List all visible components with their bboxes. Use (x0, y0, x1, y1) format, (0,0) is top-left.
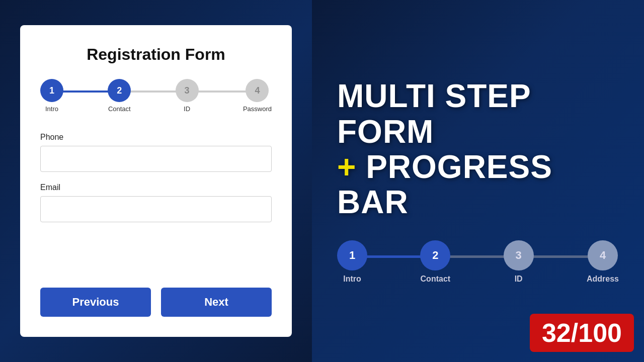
phone-label: Phone (40, 133, 272, 142)
email-field-group: Email (40, 183, 272, 222)
right-step-1: 1 Intro (337, 240, 367, 284)
previous-button[interactable]: Previous (40, 288, 151, 317)
step-label-3: ID (184, 105, 190, 113)
right-step-3: 3 ID (504, 240, 534, 284)
right-step-circle-2: 2 (420, 240, 450, 270)
step-circle-1: 1 (40, 79, 63, 102)
steps-line-container (52, 90, 260, 93)
right-steps-line-container (352, 255, 604, 258)
email-label: Email (40, 183, 272, 192)
challenge-badge: 32/100 (530, 314, 634, 352)
right-step-circle-1: 1 (337, 240, 367, 270)
right-panel: MULTI STEP FORM + PROGRESS BAR 1 Intro 2… (312, 0, 644, 362)
promo-line1: MULTI STEP FORM (337, 78, 531, 149)
right-step-label-2: Contact (421, 275, 451, 284)
right-steps: 1 Intro 2 Contact 3 ID 4 Address (337, 240, 619, 284)
right-step-label-4: Address (587, 275, 619, 284)
right-step-label-1: Intro (343, 275, 361, 284)
phone-field-group: Phone (40, 133, 272, 172)
right-step-2: 2 Contact (420, 240, 450, 284)
step-label-1: Intro (45, 105, 58, 113)
steps-progress: 1 Intro 2 Contact 3 ID 4 Password (40, 79, 272, 113)
step-4: 4 Password (243, 79, 272, 113)
step-label-2: Contact (108, 105, 131, 113)
step-3: 3 ID (176, 79, 199, 113)
step-label-4: Password (243, 105, 272, 113)
buttons-row: Previous Next (40, 278, 272, 317)
promo-plus: + (337, 149, 356, 185)
next-button[interactable]: Next (161, 288, 272, 317)
right-step-circle-3: 3 (504, 240, 534, 270)
form-title: Registration Form (40, 45, 272, 64)
promo-line2: PROGRESS BAR (337, 149, 552, 220)
phone-input[interactable] (40, 146, 272, 172)
right-step-circle-4: 4 (588, 240, 618, 270)
step-circle-3: 3 (176, 79, 199, 102)
right-step-label-3: ID (515, 275, 523, 284)
step-circle-4: 4 (246, 79, 269, 102)
left-panel: Registration Form 1 Intro 2 Contact 3 ID (0, 0, 312, 362)
form-card: Registration Form 1 Intro 2 Contact 3 ID (20, 25, 292, 337)
step-2: 2 Contact (108, 79, 131, 113)
step-1: 1 Intro (40, 79, 63, 113)
step-circle-2: 2 (108, 79, 131, 102)
email-input[interactable] (40, 196, 272, 222)
promo-title: MULTI STEP FORM + PROGRESS BAR (337, 78, 619, 220)
right-step-4: 4 Address (587, 240, 619, 284)
right-steps-row: 1 Intro 2 Contact 3 ID 4 Address (337, 220, 619, 284)
